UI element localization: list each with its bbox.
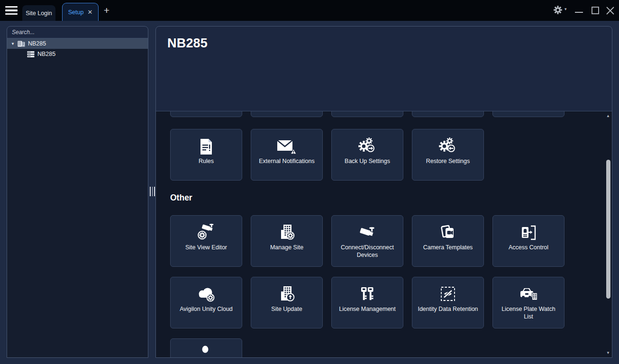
hamburger-menu-icon[interactable] [5, 6, 18, 15]
tile-identity-data-retention[interactable]: Identity Data Retention [412, 277, 484, 328]
tile-access-control[interactable]: Access Control [492, 215, 564, 267]
email-warning-icon [277, 136, 297, 155]
title-bar: Site Login Setup ✕ + ▾ [0, 0, 619, 21]
tile-label: Avigilon Unity Cloud [176, 306, 237, 313]
building-gear-icon [278, 222, 295, 241]
panel-resize-handle[interactable] [149, 187, 155, 197]
site-tree: ▼ NB285 [7, 38, 148, 357]
gear-icon [554, 6, 562, 14]
tile-back-up-settings[interactable]: Back Up Settings [331, 129, 403, 181]
gears-restore-icon [439, 136, 457, 155]
tile-row-other-2: Avigilon Unity Cloud Site Update [170, 277, 564, 328]
tile-site-update[interactable]: Site Update [251, 277, 323, 328]
access-badge-icon [520, 222, 537, 241]
tile-site-view-editor[interactable]: Site View Editor [170, 215, 242, 267]
partial-tile[interactable] [251, 111, 323, 117]
tile-external-notifications[interactable]: External Notifications [251, 129, 323, 181]
partial-tile[interactable] [492, 111, 564, 117]
section-header-other: Other [170, 193, 192, 203]
document-icon [199, 136, 213, 155]
page-title: NB285 [167, 36, 208, 51]
tile-label: External Notifications [255, 158, 318, 165]
tile-row-site: Rules External Notifications [170, 129, 484, 181]
tile-license-plate-watch-list[interactable]: License Plate Watch List [492, 277, 564, 328]
tree-item-label: NB285 [37, 51, 55, 57]
tile-label: Access Control [505, 244, 552, 252]
application-window: Site Login Setup ✕ + ▾ [0, 0, 619, 364]
caret-down-icon[interactable]: ▾ [564, 7, 567, 11]
person-icon [198, 345, 214, 357]
close-icon [606, 7, 614, 15]
tile-row-partial-bottom [170, 338, 242, 357]
site-tree-panel: ▼ NB285 [7, 26, 148, 358]
tile-label: License Management [335, 306, 400, 313]
maximize-icon [592, 7, 599, 14]
maximize-button[interactable] [588, 0, 602, 21]
site-building-icon [18, 41, 25, 47]
partial-tile[interactable] [331, 111, 403, 117]
tile-label: Connect/Disconnect Devices [332, 244, 403, 259]
tile-row-partial-top [170, 111, 564, 117]
identity-hidden-icon [439, 283, 456, 302]
tile-label: Manage Site [266, 244, 307, 252]
tile-label: Identity Data Retention [414, 306, 482, 313]
tile-row-other-1: Site View Editor Manage Site [170, 215, 564, 267]
minimize-button[interactable] [572, 0, 586, 21]
tab-setup[interactable]: Setup ✕ [62, 3, 99, 21]
tile-camera-templates[interactable]: Camera Templates [412, 215, 484, 267]
tab-label: Site Login [26, 10, 52, 17]
tile-license-management[interactable]: License Management [331, 277, 403, 328]
close-tab-icon[interactable]: ✕ [87, 9, 92, 15]
gears-backup-icon [358, 136, 376, 155]
keys-icon [360, 283, 375, 302]
scroll-up-icon[interactable]: ▲ [605, 114, 611, 118]
minimize-icon [575, 6, 583, 15]
tree-item-site-nb285[interactable]: ▼ NB285 [7, 38, 148, 49]
search-bar [7, 27, 148, 38]
tab-label: Setup [68, 9, 84, 16]
scrollbar-thumb[interactable] [606, 160, 610, 299]
partial-tile[interactable] [170, 111, 242, 117]
cloud-gear-icon [196, 283, 216, 302]
camera-gear-icon [197, 222, 215, 241]
tile-label: Camera Templates [419, 244, 477, 252]
tree-expand-icon[interactable]: ▼ [11, 42, 16, 46]
new-tab-button[interactable]: + [101, 4, 112, 17]
tile-label: Site Update [267, 306, 306, 313]
setup-tile-scroll-area: Rules External Notifications [156, 111, 612, 357]
tile-label: Site View Editor [182, 244, 231, 252]
setup-panel: NB285 [155, 26, 612, 358]
car-watchlist-icon [519, 283, 538, 302]
tile-label: License Plate Watch List [493, 306, 564, 320]
scroll-down-icon[interactable]: ▼ [605, 351, 611, 355]
tree-item-server-nb285[interactable]: NB285 [7, 49, 148, 59]
tile-connect-disconnect-devices[interactable]: Connect/Disconnect Devices [331, 215, 403, 267]
server-icon [27, 51, 35, 57]
tile-label: Rules [195, 158, 218, 165]
building-update-icon [278, 283, 295, 302]
tab-site-login[interactable]: Site Login [22, 5, 55, 21]
tile-manage-site[interactable]: Manage Site [251, 215, 323, 267]
close-window-button[interactable] [603, 0, 617, 21]
tile-label: Back Up Settings [341, 158, 394, 165]
search-input[interactable] [7, 27, 148, 38]
partial-tile[interactable] [412, 111, 484, 117]
camera-templates-icon [439, 222, 456, 241]
camera-icon [358, 222, 376, 241]
tile-users-partial[interactable] [170, 338, 242, 357]
tile-rules[interactable]: Rules [170, 129, 242, 181]
vertical-scrollbar[interactable]: ▲ ▼ [605, 112, 611, 356]
tile-avigilon-unity-cloud[interactable]: Avigilon Unity Cloud [170, 277, 242, 328]
tree-item-label: NB285 [28, 40, 46, 47]
tile-label: Restore Settings [422, 158, 473, 165]
tile-restore-settings[interactable]: Restore Settings [412, 129, 484, 181]
